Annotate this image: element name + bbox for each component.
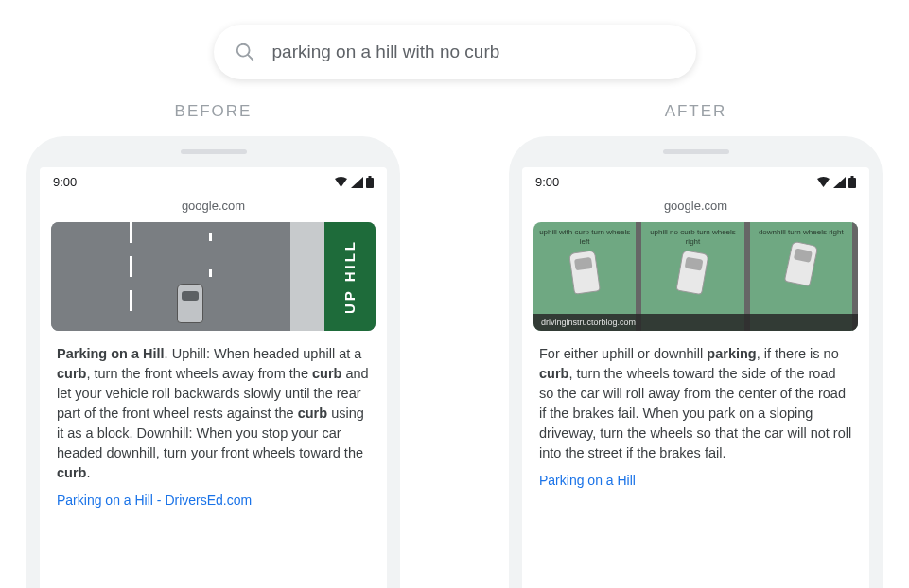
- phone-screen: 9:00 google.com: [40, 167, 387, 588]
- svg-line-1: [247, 55, 252, 60]
- status-time: 9:00: [53, 175, 77, 189]
- after-label: AFTER: [665, 102, 727, 121]
- phone-speaker: [181, 149, 247, 154]
- car-icon: [177, 284, 203, 323]
- url-bar: google.com: [40, 195, 387, 222]
- search-bar[interactable]: parking on a hill with no curb: [214, 25, 696, 79]
- status-time: 9:00: [535, 175, 559, 189]
- result-image-after: uphill with curb turn wheels left uphill…: [533, 222, 858, 331]
- status-icons: [334, 176, 374, 188]
- result-link-before[interactable]: Parking on a Hill - DriversEd.com: [40, 483, 387, 508]
- url-bar: google.com: [522, 195, 869, 222]
- panel-caption-2: downhill turn wheels right: [759, 228, 844, 237]
- svg-rect-4: [848, 178, 856, 188]
- search-icon: [235, 42, 255, 62]
- wheel-diagram: uphill with curb turn wheels left uphill…: [533, 222, 858, 331]
- car-icon: [676, 250, 709, 295]
- image-credit: drivinginstructorblog.com: [533, 314, 858, 331]
- wifi-icon: [816, 177, 830, 188]
- phone-screen: 9:00 google.com uphill with curb turn wh…: [522, 167, 869, 588]
- signal-icon: [833, 177, 846, 188]
- battery-icon: [366, 176, 374, 188]
- before-column: BEFORE 9:00 google.com: [34, 102, 393, 588]
- car-icon: [784, 240, 819, 286]
- svg-rect-3: [369, 176, 372, 179]
- phone-speaker: [663, 149, 729, 154]
- svg-rect-2: [366, 178, 374, 188]
- signal-icon: [351, 177, 363, 188]
- road-diagram: UP HILL: [51, 222, 376, 331]
- uphill-label: UP HILL: [342, 239, 358, 314]
- result-snippet-before: Parking on a Hill. Uphill: When headed u…: [40, 344, 387, 483]
- phone-mockup-before: 9:00 google.com: [26, 136, 400, 588]
- svg-rect-5: [851, 176, 854, 179]
- car-icon: [568, 250, 601, 294]
- result-link-after[interactable]: Parking on a Hill: [522, 463, 869, 488]
- battery-icon: [848, 176, 856, 188]
- search-query: parking on a hill with no curb: [272, 42, 500, 62]
- panel-caption-0: uphill with curb turn wheels left: [533, 228, 636, 246]
- phone-mockup-after: 9:00 google.com uphill with curb turn wh…: [509, 136, 883, 588]
- panel-caption-1: uphill no curb turn wheels right: [641, 228, 743, 246]
- result-snippet-after: For either uphill or downhill parking, i…: [522, 344, 869, 463]
- wifi-icon: [334, 177, 348, 188]
- before-label: BEFORE: [175, 102, 253, 121]
- result-image-before: UP HILL: [51, 222, 376, 331]
- status-icons: [816, 176, 856, 188]
- after-column: AFTER 9:00 google.com: [516, 102, 876, 588]
- status-bar: 9:00: [40, 167, 387, 195]
- status-bar: 9:00: [522, 167, 869, 195]
- comparison-row: BEFORE 9:00 google.com: [0, 102, 909, 588]
